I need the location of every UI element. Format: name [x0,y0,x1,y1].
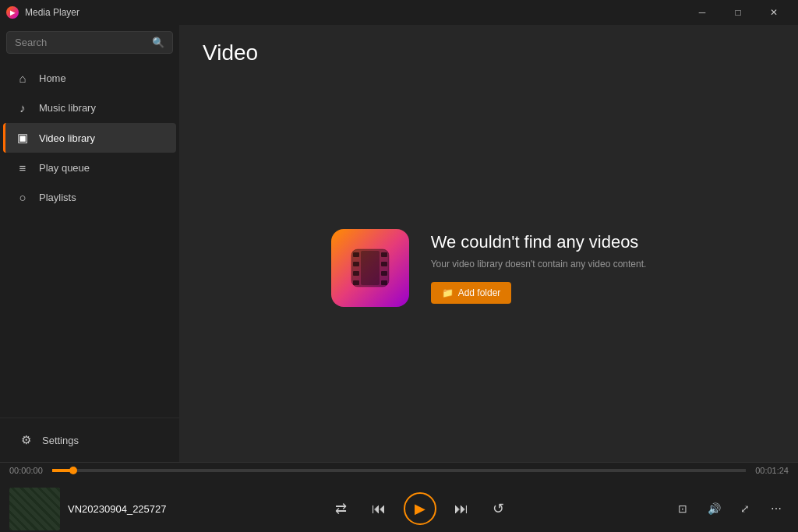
video-library-icon [331,229,409,307]
svg-rect-6 [381,262,387,266]
svg-rect-9 [361,251,380,285]
sidebar-item-label: Home [39,72,66,84]
svg-rect-5 [381,252,387,257]
sidebar-item-playlists[interactable]: ○ Playlists [3,183,176,212]
player-bar: 00:00:00 00:01:24 VN20230904_225727 ⇄ ⏮ … [0,462,798,532]
film-strip-svg [347,245,394,291]
settings-icon: ⚙ [19,433,33,447]
empty-description: Your video library doesn't contain any v… [431,259,647,270]
folder-icon: 📁 [442,287,454,298]
player-controls-row: VN20230904_225727 ⇄ ⏮ ▶ ⏭ ↺ ⊡ 🔊 ⤢ ⋯ [0,475,798,532]
queue-icon: ≡ [16,161,30,174]
sidebar-item-music-library[interactable]: ♪ Music library [3,93,176,122]
search-input[interactable] [15,37,146,48]
sidebar-item-label: Music library [39,102,96,114]
shuffle-button[interactable]: ⇄ [329,496,354,521]
settings-label: Settings [42,435,79,446]
titlebar-left: ▶ Media Player [6,6,79,19]
home-icon: ⌂ [16,72,30,85]
empty-heading: We couldn't find any videos [431,232,647,252]
empty-text: We couldn't find any videos Your video l… [431,232,647,304]
settings-item[interactable]: ⚙ Settings [6,425,173,455]
track-info: VN20230904_225727 [68,503,169,515]
current-time: 00:00:00 [9,466,43,475]
music-icon: ♪ [16,101,30,115]
play-pause-button[interactable]: ▶ [404,492,436,525]
sidebar-item-video-library[interactable]: ▣ Video library [3,123,176,153]
sidebar-item-label: Play queue [39,162,90,174]
window-controls: ─ □ ✕ [684,0,792,25]
seek-bar[interactable] [52,469,746,472]
fullscreen-button[interactable]: ⤢ [733,496,757,521]
sidebar-item-home[interactable]: ⌂ Home [3,64,176,93]
content-area: We couldn't find any videos Your video l… [179,73,798,462]
search-box[interactable]: 🔍 [6,31,173,54]
add-folder-button[interactable]: 📁 Add folder [431,282,512,304]
close-button[interactable]: ✕ [756,0,792,25]
page-title: Video [203,41,775,65]
volume-button[interactable]: 🔊 [701,496,726,521]
playback-controls: ⇄ ⏮ ▶ ⏭ ↺ [169,492,670,525]
search-icon-button[interactable]: 🔍 [152,37,164,48]
add-folder-label: Add folder [458,287,501,298]
minimize-button[interactable]: ─ [684,0,720,25]
svg-rect-4 [353,280,359,285]
sidebar-bottom: ⚙ Settings [0,417,179,462]
thumbnail-image [9,488,60,530]
page-header: Video [179,25,798,73]
sidebar-item-label: Playlists [39,192,76,203]
svg-rect-3 [353,271,359,276]
player-thumbnail [9,488,60,530]
app-title: Media Player [25,7,79,18]
sidebar: 🔍 ⌂ Home ♪ Music library ▣ Video library… [0,25,179,462]
sidebar-item-label: Video library [39,132,95,144]
app-body: 🔍 ⌂ Home ♪ Music library ▣ Video library… [0,25,798,462]
main-content: Video [179,25,798,462]
previous-button[interactable]: ⏮ [366,496,391,521]
sidebar-item-play-queue[interactable]: ≡ Play queue [3,153,176,182]
progress-row: 00:00:00 00:01:24 [0,463,798,475]
svg-rect-1 [353,252,359,257]
right-controls: ⊡ 🔊 ⤢ ⋯ [670,496,789,521]
app-icon: ▶ [6,6,19,19]
next-button[interactable]: ⏭ [449,496,474,521]
more-options-button[interactable]: ⋯ [764,496,789,521]
mini-player-button[interactable]: ⊡ [670,496,695,521]
total-time: 00:01:24 [755,466,789,475]
empty-state: We couldn't find any videos Your video l… [331,229,647,307]
titlebar: ▶ Media Player ─ □ ✕ [0,0,798,25]
video-icon: ▣ [16,131,30,145]
svg-rect-2 [353,262,359,266]
playlist-icon: ○ [16,191,30,204]
progress-track[interactable] [52,469,746,472]
maximize-button[interactable]: □ [720,0,756,25]
repeat-button[interactable]: ↺ [486,496,511,521]
nav-items: ⌂ Home ♪ Music library ▣ Video library ≡… [0,60,179,417]
track-name: VN20230904_225727 [68,503,169,515]
progress-thumb [69,467,77,474]
svg-rect-7 [381,271,387,276]
svg-rect-8 [381,280,387,285]
